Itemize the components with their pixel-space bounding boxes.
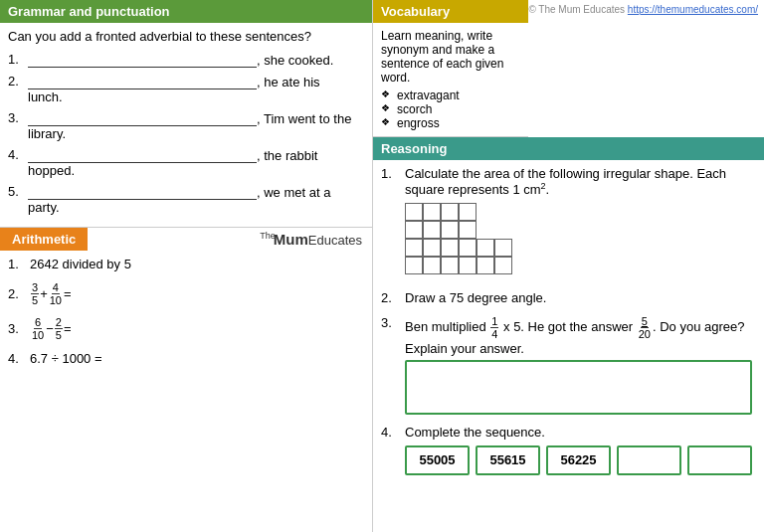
q2-num: 2. [8,74,28,89]
arith-q1-text: 2642 divided by 5 [30,257,131,271]
q5-line[interactable] [28,184,257,200]
seq-box-4[interactable] [617,445,681,475]
grid-cell [405,221,423,239]
arithmetic-section: Arithmetic TheMumEducates 1. 2642 divide… [0,227,372,382]
q5-cont: party. [28,200,60,215]
reasoning-section: 1. Calculate the area of the following i… [373,160,764,532]
grammar-q5: 5. , we met at a party. [8,184,364,215]
grid-cell [441,257,459,274]
q1-line[interactable] [28,52,257,68]
arith-q1-num: 1. [8,257,30,271]
frac1-num: 3 [31,281,39,294]
q3-line[interactable] [28,110,257,126]
q4-line[interactable] [28,147,257,163]
irregular-shape-grid [405,203,512,274]
frac3-num: 6 [34,316,42,329]
grid-cell [441,239,459,257]
q4-num: 4. [8,147,28,162]
r-q2-text: Draw a 75 degree angle. [405,290,756,305]
vocab-header: Vocabulary [373,0,528,23]
grid-cell [423,257,441,274]
grid-cell-empty [494,203,512,221]
reasoning-q1: 1. Calculate the area of the following i… [381,166,756,280]
fraction1: 3 5 [31,281,39,306]
grid-cell [405,239,423,257]
r-q3-text: Ben multiplied 14 x 5. He got the answer… [405,315,756,355]
q4-content: , the rabbit hopped. [28,147,364,178]
arith-q3: 3. 6 10 − 2 5 = [8,316,364,341]
grammar-intro: Can you add a fronted adverbial to these… [8,29,364,44]
q4-cont: hopped. [28,163,75,178]
vocab-item-1: extravagant [381,89,520,102]
grid-cell [477,257,494,274]
grid-cell [423,221,441,239]
grid-cell [494,239,512,257]
grid-cell [405,257,423,274]
ben-frac2: 520 [638,315,652,340]
ben-frac1: 14 [490,315,498,340]
grid-cell [459,239,477,257]
mum-educates-logo: TheMumEducates [260,231,372,248]
seq-box-2: 55615 [476,445,540,475]
frac1-den: 5 [31,294,39,306]
fraction4: 2 5 [55,316,63,341]
minus-sign: − [46,321,54,336]
arithmetic-header: Arithmetic [0,228,88,251]
grammar-q3: 3. , Tim went to the library. [8,110,364,141]
arith-q4: 4. 6.7 ÷ 1000 = [8,351,364,366]
vocab-list: extravagant scorch engross [381,89,520,130]
arith-q4-num: 4. [8,351,30,366]
fraction3: 6 10 [31,316,45,341]
r-q4-num: 4. [381,425,399,440]
reasoning-q3: 3. Ben multiplied 14 x 5. He got the ans… [381,315,756,414]
r-q4-row: 4. Complete the sequence. [381,425,756,440]
r-q3-row: 3. Ben multiplied 14 x 5. He got the ans… [381,315,756,355]
grid-cell-empty [477,203,494,221]
grid-cell [477,239,494,257]
vocab-learn: Learn meaning, write synonym and make a … [381,29,520,85]
arith-q2-expr: 3 5 + 4 10 = [30,281,72,306]
grammar-q4: 4. , the rabbit hopped. [8,147,364,178]
logo-edu: Educates [308,233,362,248]
logo-mum: Mum [274,231,308,248]
seq-box-5[interactable] [687,445,752,475]
copyright: © The Mum Educates https://themumeducate… [528,0,764,15]
grid-cell-empty [477,221,494,239]
reasoning-q4: 4. Complete the sequence. 55005 55615 56… [381,425,756,475]
q2-line[interactable] [28,74,257,89]
grid-cell [459,257,477,274]
arith-q2-num: 2. [8,286,30,301]
reasoning-q2: 2. Draw a 75 degree angle. [381,290,756,305]
q3-num: 3. [8,110,28,125]
q2-content: , he ate his lunch. [28,74,364,104]
grammar-q1: 1. , she cooked. [8,52,364,68]
q5-content: , we met at a party. [28,184,364,215]
plus-sign: + [40,286,48,301]
frac3-den: 10 [31,329,45,341]
q5-num: 5. [8,184,28,199]
vocab-item-3: engross [381,116,520,130]
vocab-section: Learn meaning, write synonym and make a … [373,23,528,137]
grid-cell [459,203,477,221]
arith-q2: 2. 3 5 + 4 10 = [8,281,364,306]
arithmetic-content: 1. 2642 divided by 5 2. 3 5 + 4 1 [0,251,372,382]
grid-cell-empty [494,221,512,239]
grid-cell [441,203,459,221]
grid-cell [405,203,423,221]
r-q4-text: Complete the sequence. [405,425,756,440]
q1-num: 1. [8,52,28,67]
frac2-den: 10 [49,294,63,306]
grammar-section: Can you add a fronted adverbial to these… [0,23,372,227]
arith-q3-expr: 6 10 − 2 5 = [30,316,72,341]
sequence-row: 55005 55615 56225 [405,445,756,475]
grid-cell [459,221,477,239]
vocab-item-2: scorch [381,102,520,116]
r-q1-text: Calculate the area of the following irre… [405,166,756,197]
seq-box-1: 55005 [405,445,470,475]
q3-cont: library. [28,126,66,141]
q2-cont: lunch. [28,89,63,104]
q3-answer-box[interactable] [405,360,752,415]
fraction2: 4 10 [49,281,63,306]
equals-sign2: = [64,321,72,336]
r-q1-row: 1. Calculate the area of the following i… [381,166,756,197]
